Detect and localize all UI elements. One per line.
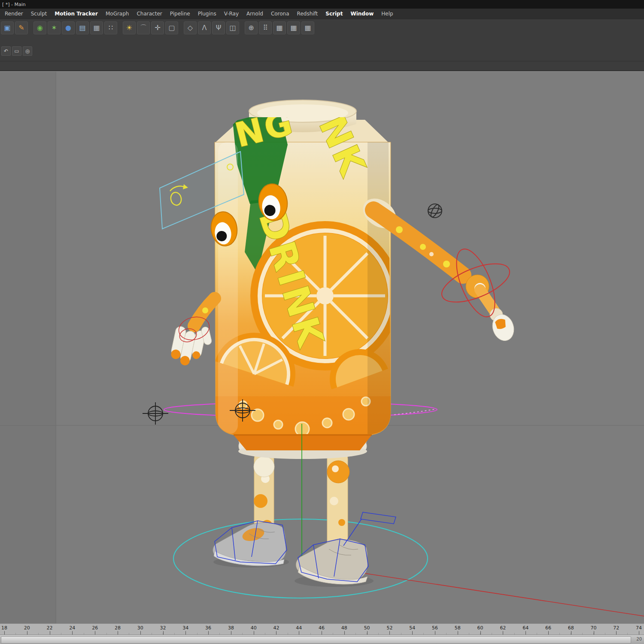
scrollbar-end-label: 20 — [636, 637, 642, 641]
toolbar-separator — [179, 22, 182, 34]
timeline-tick-46: 46 — [312, 625, 331, 631]
timeline-tick-30: 30 — [131, 625, 150, 631]
timeline-tick-54: 54 — [403, 625, 422, 631]
timeline-tick-34: 34 — [176, 625, 195, 631]
main-toolbar: ▣✎◉✶●▤▦∷☀⌒✛▢◇ΛΨ◫⊕⠿▦▦▦ — [0, 19, 644, 36]
mini-target-icon[interactable]: ◎ — [23, 46, 32, 56]
header-groove-2 — [0, 70, 644, 71]
timeline-tick-70: 70 — [584, 625, 603, 631]
menu-mograph[interactable]: MoGraph — [102, 9, 133, 19]
toolbar-separator — [118, 22, 122, 34]
sub-toolbar: ↶▭◎ — [1, 46, 32, 56]
menu-script[interactable]: Script — [322, 9, 346, 19]
timeline-tick-48: 48 — [335, 625, 354, 631]
c4d-window: [ *] - Main RenderSculptMotion TrackerMo… — [0, 0, 644, 644]
menu-character[interactable]: Character — [133, 9, 166, 19]
timeline-tick-38: 38 — [222, 625, 240, 631]
dots-tool-icon[interactable]: ∷ — [104, 21, 117, 34]
grid-b-tool-icon[interactable]: ▦ — [287, 21, 300, 34]
timeline-tick-36: 36 — [199, 625, 218, 631]
scrollbar-handle[interactable] — [1, 636, 631, 644]
viewport[interactable]: NG NK DRINK — [0, 71, 644, 624]
timeline-scrollbar[interactable]: 20 — [0, 635, 644, 644]
axis-tool-icon[interactable]: ✛ — [151, 21, 164, 34]
menu-motion-tracker[interactable]: Motion Tracker — [51, 9, 102, 19]
timeline-tick-58: 58 — [448, 625, 467, 631]
grid-a-tool-icon[interactable]: ▦ — [273, 21, 286, 34]
shoulder-joint-gizmo[interactable] — [428, 204, 442, 218]
timeline-tick-18: 18 — [0, 625, 14, 631]
mini-frame-icon[interactable]: ▭ — [12, 46, 21, 56]
timeline-tick-64: 64 — [516, 625, 535, 631]
menu-v-ray[interactable]: V-Ray — [220, 9, 243, 19]
spline-tool-icon[interactable]: ⌒ — [137, 21, 150, 34]
weights-tool-icon[interactable]: ⊕ — [245, 21, 258, 34]
menu-sculpt[interactable]: Sculpt — [27, 9, 51, 19]
polygon-tool-icon[interactable]: ◇ — [184, 21, 197, 34]
right-shoe[interactable] — [296, 540, 368, 584]
timeline-tick-56: 56 — [425, 625, 444, 631]
menu-corona[interactable]: Corona — [267, 9, 293, 19]
menu-pipeline[interactable]: Pipeline — [166, 9, 194, 19]
timeline-tick-26: 26 — [85, 625, 104, 631]
timeline-tick-22: 22 — [40, 625, 59, 631]
toolbar-separator — [29, 22, 32, 34]
timeline-tick-40: 40 — [244, 625, 263, 631]
menu-bar: RenderSculptMotion TrackerMoGraphCharact… — [0, 9, 644, 20]
left-arm[interactable] — [169, 298, 216, 370]
mirror-tool-icon[interactable]: ◫ — [226, 21, 239, 34]
brush-tool-icon[interactable]: ✎ — [15, 21, 28, 34]
menu-redshift[interactable]: Redshift — [293, 9, 322, 19]
wire-cube-tool-icon[interactable]: ▢ — [165, 21, 178, 34]
grid-c-tool-icon[interactable]: ▦ — [301, 21, 314, 34]
timeline-tick-68: 68 — [562, 625, 580, 631]
window-title: [ *] - Main — [2, 2, 26, 7]
left-shoe[interactable] — [213, 522, 286, 566]
timeline-tick-32: 32 — [154, 625, 173, 631]
menu-plugins[interactable]: Plugins — [194, 9, 220, 19]
toolbar-separator — [240, 22, 243, 34]
timeline-tick-42: 42 — [267, 625, 286, 631]
timeline-tick-52: 52 — [380, 625, 399, 631]
camera-tool-icon[interactable]: ▦ — [90, 21, 103, 34]
character-rig-tool-icon[interactable]: Λ — [198, 21, 211, 34]
mini-undo-icon[interactable]: ↶ — [1, 46, 11, 56]
atom-tool-icon[interactable]: ✶ — [48, 21, 61, 34]
menu-help[interactable]: Help — [377, 9, 397, 19]
timeline-ruler[interactable]: 1820222426283032343638404244464850525456… — [0, 623, 644, 635]
grid-array-tool-icon[interactable]: ▤ — [76, 21, 89, 34]
timeline-tick-74: 74 — [629, 625, 644, 631]
ball-tool-icon[interactable]: ● — [62, 21, 75, 34]
menu-render[interactable]: Render — [1, 9, 27, 19]
timeline-tick-24: 24 — [63, 625, 82, 631]
cluster-tool-icon[interactable]: ⠿ — [259, 21, 272, 34]
timeline-tick-72: 72 — [607, 625, 626, 631]
cube-tool-icon[interactable]: ▣ — [1, 21, 14, 34]
timeline-tick-50: 50 — [358, 625, 377, 631]
title-bar: [ *] - Main — [0, 0, 644, 9]
spheres-tool-icon[interactable]: ◉ — [33, 21, 46, 34]
menu-arnold[interactable]: Arnold — [243, 9, 267, 19]
timeline-tick-28: 28 — [108, 625, 127, 631]
timeline-tick-44: 44 — [289, 625, 308, 631]
timeline-tick-60: 60 — [471, 625, 490, 631]
header-groove-1 — [0, 61, 644, 61]
scene-canvas[interactable]: NG NK DRINK — [0, 72, 644, 624]
timeline-tick-62: 62 — [493, 625, 512, 631]
character-can-body[interactable]: NG NK DRINK — [215, 100, 400, 450]
timeline-tick-66: 66 — [539, 625, 558, 631]
hip-joint-gizmo-left[interactable] — [143, 402, 168, 425]
light-tool-icon[interactable]: ☀ — [123, 21, 136, 34]
timeline-tick-20: 20 — [18, 625, 36, 631]
menu-window[interactable]: Window — [346, 9, 377, 19]
joint-chain-tool-icon[interactable]: Ψ — [212, 21, 225, 34]
